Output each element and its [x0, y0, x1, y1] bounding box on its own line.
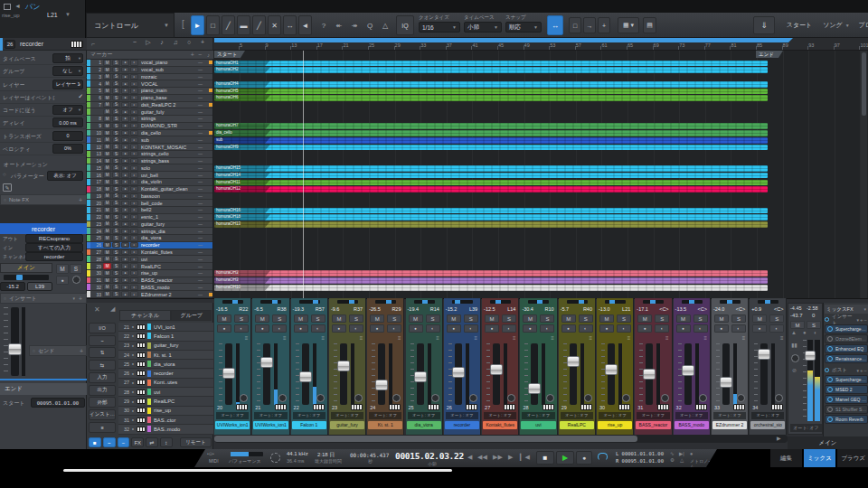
- strip-fader-handle[interactable]: [490, 364, 503, 375]
- tempo-value[interactable]: 76.00: [755, 451, 769, 457]
- console-channel-row[interactable]: 29●RealLPC: [118, 397, 213, 406]
- strip-volume-value[interactable]: -13.0: [599, 306, 610, 312]
- track-mute-button[interactable]: M: [103, 277, 111, 283]
- track-solo-button[interactable]: S: [112, 74, 120, 80]
- solo-button[interactable]: S: [70, 264, 82, 274]
- pan-mini-slider[interactable]: [4, 275, 49, 280]
- strip-fader-track[interactable]: [570, 343, 577, 405]
- channel-fader-handle[interactable]: [8, 343, 22, 355]
- strip-fader-handle[interactable]: [299, 371, 312, 382]
- strip-pan-slider[interactable]: [375, 300, 396, 304]
- scenes-icon[interactable]: ▮▮: [791, 342, 797, 348]
- channel-fader-track[interactable]: [11, 307, 19, 376]
- strip-automation-icon[interactable]: ≡: [283, 335, 287, 341]
- strip-automation-icon[interactable]: ≡: [589, 335, 592, 341]
- strip-pan-value[interactable]: R22: [239, 306, 248, 312]
- strip-volume-value[interactable]: -24.0: [713, 306, 725, 312]
- track-monitor-button[interactable]: ◐: [130, 109, 138, 115]
- strip-record-button[interactable]: ●: [714, 324, 729, 333]
- track-record-button[interactable]: ●: [121, 249, 129, 255]
- track-row[interactable]: 27MS●◐Kontakt_flutes—: [87, 249, 213, 257]
- strip-fader-track[interactable]: [684, 343, 692, 405]
- power-icon[interactable]: [827, 356, 833, 361]
- track-record-button[interactable]: ●: [121, 88, 129, 93]
- track-solo-button[interactable]: S: [112, 235, 120, 240]
- track-automation-icon[interactable]: —: [198, 257, 207, 262]
- clip[interactable]: homuraOH18: [214, 214, 768, 221]
- post-fx-item[interactable]: SuperchargerGT2: [825, 375, 868, 384]
- track-automation-icon[interactable]: —: [198, 285, 207, 290]
- snap-select[interactable]: スナップ 順応 ▼: [505, 14, 542, 33]
- track-row[interactable]: 9MS●◐DIAMOND_STR—: [87, 123, 213, 130]
- clip[interactable]: homuraOH3: [214, 270, 768, 277]
- inspector-row[interactable]: コードに従うオフ▼: [0, 104, 87, 117]
- strip-name-tag[interactable]: Kontakt_flutes: [483, 421, 517, 429]
- track-monitor-button[interactable]: ◐: [130, 165, 138, 171]
- record-dot-icon[interactable]: ●: [129, 408, 137, 413]
- record-dot-icon[interactable]: ●: [129, 380, 137, 385]
- edit-tool-icon-2[interactable]: ♪: [157, 39, 166, 46]
- range-tool[interactable]: □: [206, 15, 220, 35]
- record-button[interactable]: ●: [576, 451, 592, 465]
- page-button-browse[interactable]: ブラウズ: [837, 449, 868, 467]
- record-dot-icon[interactable]: ●: [129, 324, 137, 329]
- track-record-button[interactable]: ●: [121, 221, 129, 227]
- mixer-strip[interactable]: -9.6R37MS●◐≡23オート: オフguitar_fury: [329, 298, 366, 435]
- strip-record-button[interactable]: ●: [676, 324, 691, 333]
- track-mute-button[interactable]: M: [103, 109, 111, 115]
- strip-monitor-button[interactable]: ◐: [579, 324, 593, 333]
- clip[interactable]: homuraOH7: [214, 123, 768, 129]
- track-row[interactable]: 14MS●◐strings_bass—: [87, 158, 213, 165]
- track-record-button[interactable]: ●: [121, 67, 129, 72]
- record-dot-icon[interactable]: ●: [129, 389, 137, 394]
- strip-solo-button[interactable]: S: [311, 314, 326, 323]
- strip-name-tag[interactable]: UVIWorks_ion1: [215, 421, 250, 429]
- strip-pan-slider[interactable]: [605, 300, 626, 304]
- insert-fx-item[interactable]: Enhanced EQ: [825, 344, 868, 353]
- track-monitor-button[interactable]: ◐: [130, 214, 138, 220]
- strip-mute-button[interactable]: M: [561, 314, 576, 323]
- click-icon[interactable]: ●: [690, 451, 693, 456]
- strip-automation-icon[interactable]: ≡: [475, 335, 478, 341]
- console-bottom-button-1[interactable]: ~: [103, 437, 116, 447]
- clip[interactable]: homuraOH2: [214, 67, 768, 73]
- track-mute-button[interactable]: M: [103, 172, 111, 177]
- strip-fader-track[interactable]: [531, 343, 538, 405]
- main-fader-handle[interactable]: [805, 351, 816, 361]
- return-to-start-icon[interactable]: ▎◀: [520, 454, 530, 461]
- track-record-button[interactable]: ●: [121, 151, 129, 156]
- strip-automation-icon[interactable]: ≡: [513, 335, 516, 341]
- track-automation-icon[interactable]: —: [198, 130, 207, 136]
- expand-icon[interactable]: ◢: [110, 305, 115, 313]
- mixer-strip[interactable]: -17.1<C>MS●◐≡31オート: オフBASS_reactor: [635, 298, 672, 435]
- strip-automation-icon[interactable]: ≡: [627, 335, 631, 341]
- close-icon[interactable]: ✕: [94, 305, 100, 314]
- track-record-button[interactable]: ●: [121, 137, 129, 143]
- track-record-button[interactable]: ●: [121, 263, 129, 268]
- strip-volume-value[interactable]: -30.4: [522, 306, 533, 312]
- precount-icon[interactable]: ∿: [670, 451, 675, 456]
- strip-pan-value[interactable]: R10: [545, 306, 554, 312]
- strip-pan-handle[interactable]: [727, 300, 732, 304]
- track-record-button[interactable]: ●: [121, 186, 129, 192]
- power-icon[interactable]: [827, 407, 833, 412]
- strip-knob[interactable]: [546, 394, 554, 402]
- track-monitor-button[interactable]: ◐: [130, 151, 138, 156]
- autoscroll-button[interactable]: ↔: [547, 15, 563, 35]
- record-dot-icon[interactable]: ●: [129, 361, 137, 366]
- edit-tool-icon-5[interactable]: +: [198, 39, 207, 46]
- strip-pan-handle[interactable]: [422, 300, 428, 304]
- track-monitor-button[interactable]: ◐: [130, 130, 138, 136]
- track-record-button[interactable]: ●: [121, 277, 129, 283]
- track-record-button[interactable]: ●: [121, 60, 129, 65]
- track-mute-button[interactable]: M: [103, 158, 111, 164]
- strip-automation-icon[interactable]: ≡: [780, 335, 784, 341]
- strip-record-button[interactable]: ●: [561, 324, 576, 333]
- track-record-button[interactable]: ●: [121, 165, 129, 171]
- track-mute-button[interactable]: M: [103, 116, 111, 121]
- download-button[interactable]: ⇓: [753, 16, 775, 34]
- strip-volume-value[interactable]: -15.2: [446, 306, 458, 312]
- arrow-tool[interactable]: ►: [191, 15, 204, 35]
- strip-auto-label[interactable]: オート: オフ: [331, 412, 363, 419]
- strip-fader-handle[interactable]: [758, 349, 770, 360]
